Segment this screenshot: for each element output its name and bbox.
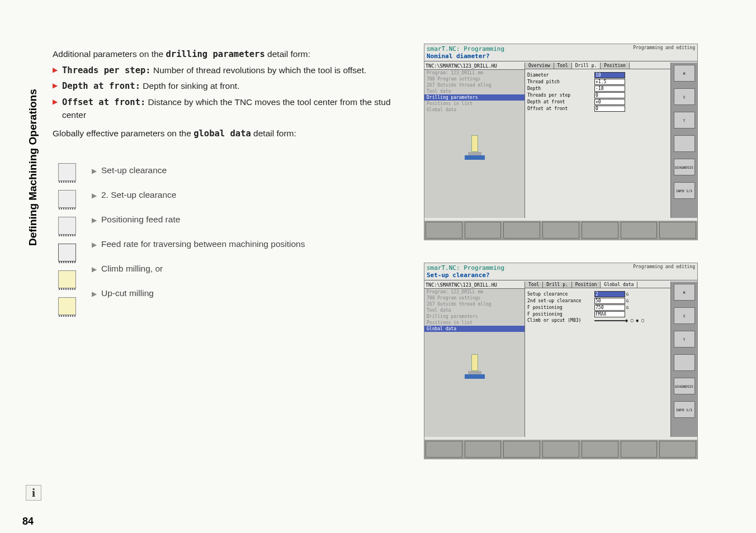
tab[interactable]: Tool	[554, 63, 572, 69]
screenshot-b-title: smarT.NC: Programming Set-up clearance?	[427, 264, 504, 279]
mode-label[interactable]: Programming and editing	[633, 45, 695, 60]
field-input[interactable]: 10	[594, 72, 625, 78]
field-input[interactable]: 0	[594, 92, 625, 98]
mode-button[interactable]	[674, 135, 695, 152]
bullet-2-rest: Depth for sinking at front.	[140, 81, 239, 91]
field-input[interactable]: 750	[594, 304, 625, 311]
tree-row[interactable]: Positions in list	[424, 101, 525, 107]
mode-button[interactable]: M	[674, 65, 695, 82]
mode-buttons[interactable]: MSTDIAGNOSISINFO 1/3	[670, 63, 697, 218]
tree-row[interactable]: Tool data	[424, 88, 525, 94]
program-tree[interactable]: TNC:\SMARTNC\123_DRILL.HU Program: 123_D…	[424, 63, 525, 218]
mode-button[interactable]: DIAGNOSIS	[674, 159, 695, 175]
field-input[interactable]: 2	[594, 291, 625, 297]
mode-button[interactable]: S	[674, 88, 695, 105]
triangle-bullet-icon: ▶	[92, 215, 97, 224]
field-row: Depth-18	[527, 85, 668, 92]
mode-button[interactable]: S	[674, 307, 695, 324]
main-body-text: Additional parameters on the drilling pa…	[53, 48, 399, 140]
tree-row[interactable]: Program: 123_DRILL mm	[424, 289, 525, 295]
info-icon: i	[26, 485, 41, 501]
tab[interactable]: Position	[601, 63, 630, 69]
field-input[interactable]: FMAX	[594, 311, 625, 317]
field-row: Setup clearance2 G	[527, 291, 668, 297]
intro-b: drilling parameters	[166, 49, 264, 59]
field-label: Climb or upcut (M03)	[527, 318, 594, 323]
bullet-1: ▶ Threads per step: Number of thread rev…	[53, 64, 399, 77]
global-a: Globally effective parameters on the	[53, 129, 193, 138]
gl-4: Climb milling, or	[101, 264, 163, 274]
field-row: F positioningFMAX	[527, 311, 668, 317]
triangle-bullet-icon: ▶	[53, 64, 58, 77]
tree-row[interactable]: Global data	[424, 107, 525, 113]
screenshot-global-data: smarT.NC: Programming Set-up clearance? …	[424, 263, 698, 459]
bullet-3: ▶ Offset at front: Distance by which the…	[53, 96, 399, 121]
tree-row[interactable]: Tool data	[424, 307, 525, 313]
screenshot-a-title: smarT.NC: Programming Nominal diameter?	[427, 45, 504, 60]
tree-row[interactable]: Global data	[424, 326, 525, 332]
tree-row[interactable]: Program: 123_DRILL mm	[424, 70, 525, 76]
field-input[interactable]: -18	[594, 85, 625, 92]
tab[interactable]: Overview	[525, 63, 554, 69]
field-label: Offset at front	[527, 106, 594, 111]
field-input[interactable]: 0	[594, 106, 625, 112]
global-flag-icon: G	[626, 292, 629, 297]
upcut-milling-icon	[58, 297, 76, 315]
stud-diagram	[424, 332, 525, 382]
tab[interactable]: Tool	[525, 282, 543, 288]
tab[interactable]: Global data	[601, 282, 637, 288]
subtitle: Nominal diameter?	[427, 53, 490, 60]
feed-traverse-icon	[58, 244, 76, 261]
clearance-icon	[58, 163, 76, 181]
fields-area: Setup clearance2 G2nd set-up clearance50…	[525, 288, 670, 326]
climb-milling-icon	[58, 270, 76, 288]
mode-button[interactable]: INFO 1/3	[674, 182, 695, 199]
field-label: F positioning	[527, 305, 594, 310]
icon-column	[58, 163, 81, 324]
softkey-row[interactable]	[424, 440, 697, 459]
intro-c: detail form:	[265, 49, 310, 59]
tree-row[interactable]: Drilling parameters	[424, 313, 525, 320]
tree-row[interactable]: 700 Program settings	[424, 76, 525, 82]
triangle-bullet-icon: ▶	[92, 166, 97, 175]
gl-2: Positioning feed rate	[101, 215, 180, 225]
triangle-bullet-icon: ▶	[92, 191, 97, 199]
field-row: 2nd set-up clearance50 G	[527, 298, 668, 304]
tab[interactable]: Drill p.	[543, 282, 572, 288]
tree-row[interactable]: 700 Program settings	[424, 295, 525, 301]
program-tree[interactable]: TNC:\SMARTNC\123_DRILL.HU Program: 123_D…	[424, 282, 525, 437]
mode-button[interactable]: T	[674, 331, 695, 348]
mode-button[interactable]: DIAGNOSIS	[674, 378, 695, 394]
softkey-row[interactable]	[424, 221, 697, 240]
mode-button[interactable]	[674, 354, 695, 371]
tree-row[interactable]: Positions in list	[424, 320, 525, 326]
tab[interactable]: Position	[572, 282, 601, 288]
tree-row[interactable]: 267 Outside thread mllng	[424, 82, 525, 88]
detail-tabs[interactable]: ToolDrill p.PositionGlobal data	[525, 282, 670, 288]
triangle-bullet-icon: ▶	[53, 96, 58, 121]
climb-upcut-icons[interactable]: ◉ ▢ ◉ ▢	[625, 318, 644, 323]
field-input[interactable]: +1.5	[594, 79, 625, 85]
mode-label[interactable]: Programming and editing	[633, 264, 695, 279]
tree-row[interactable]: 267 Outside thread mllng	[424, 301, 525, 307]
tab[interactable]: Drill p.	[572, 63, 601, 69]
global-c: detail form:	[251, 129, 296, 138]
field-row: Diameter10	[527, 72, 668, 78]
bullet-1-bold: Threads per step:	[62, 65, 151, 75]
gl-1: 2. Set-up clearance	[101, 190, 176, 200]
field-input[interactable]: +0	[594, 99, 625, 105]
mode-button[interactable]: INFO 1/3	[674, 401, 695, 418]
field-input[interactable]: 50	[594, 298, 625, 304]
intro-line: Additional parameters on the drilling pa…	[53, 48, 399, 61]
mode-button[interactable]: M	[674, 284, 695, 301]
tree-row[interactable]: Drilling parameters	[424, 94, 525, 101]
detail-tabs[interactable]: OverviewToolDrill p.Position	[525, 63, 670, 69]
mode-button[interactable]: T	[674, 112, 695, 129]
field-input[interactable]	[594, 320, 625, 321]
field-label: Thread pitch	[527, 79, 594, 84]
triangle-bullet-icon: ▶	[53, 80, 58, 93]
mode-buttons[interactable]: MSTDIAGNOSISINFO 1/3	[670, 282, 697, 437]
app-title: smarT.NC: Programming	[427, 264, 504, 272]
field-label: Diameter	[527, 73, 594, 78]
field-label: Depth	[527, 86, 594, 91]
